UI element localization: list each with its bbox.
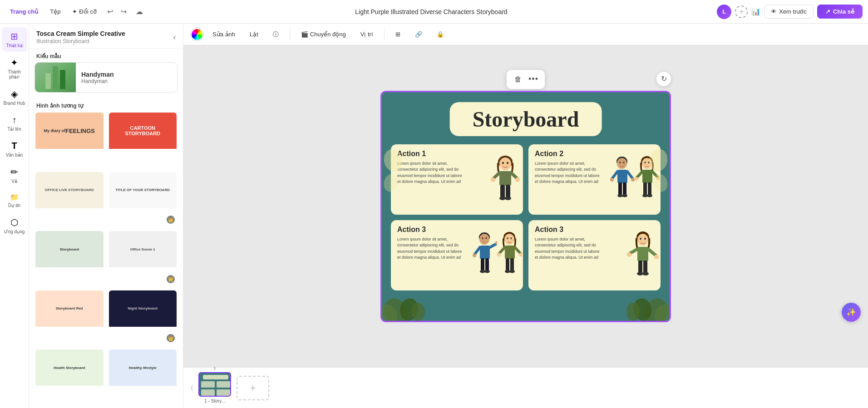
left-side-deco bbox=[382, 138, 404, 210]
panel-title-block: Tosca Cream Simple Creative Illustration… bbox=[36, 30, 125, 44]
resize-button[interactable]: ✦ Đổi cỡ bbox=[68, 5, 101, 18]
sidebar-item-thanh-phan[interactable]: ✦ Thành phần bbox=[2, 54, 27, 83]
similar-section-label: Hình ảnh tương tự bbox=[29, 98, 183, 112]
similar-img-8: Night Storyboard bbox=[109, 290, 177, 327]
collapse-bottom-left[interactable]: ⟨ bbox=[191, 384, 193, 392]
sidebar-item-thiet-ke[interactable]: ⊞ Thiết kế bbox=[2, 27, 27, 52]
similar-item-10[interactable]: Healthy lifestyle bbox=[108, 349, 178, 404]
collapse-panel-button[interactable]: ‹ bbox=[173, 33, 176, 41]
flip-button[interactable]: Lật bbox=[244, 29, 264, 40]
svg-point-68 bbox=[644, 237, 646, 239]
analytics-icon[interactable]: 📊 bbox=[751, 7, 760, 16]
svg-point-88 bbox=[647, 147, 669, 172]
top-bar-left: Trang chủ Tệp ✦ Đổi cỡ ↩ ↪ ☁ bbox=[5, 5, 146, 18]
svg-rect-17 bbox=[617, 170, 627, 183]
brand-icon: ◈ bbox=[11, 88, 18, 99]
sidebar-item-project[interactable]: 📁 Dự án bbox=[2, 189, 27, 211]
thumbnail-1[interactable]: 1 1 - Story... bbox=[198, 372, 231, 403]
resize-icon: ✦ bbox=[72, 8, 77, 15]
sidebar-item-draw[interactable]: ✏ Vẽ bbox=[2, 163, 27, 187]
info-button[interactable]: ⓘ bbox=[267, 28, 284, 41]
lock-button[interactable]: 🔒 bbox=[431, 29, 449, 40]
delete-element-button[interactable]: 🗑 bbox=[511, 73, 525, 86]
svg-point-3 bbox=[507, 162, 508, 164]
action-card-1[interactable]: Action 1 Lorem ipsum dolor sit amet, con… bbox=[391, 144, 523, 215]
file-button[interactable]: Tệp bbox=[45, 5, 65, 18]
svg-point-53 bbox=[504, 234, 514, 245]
svg-point-41 bbox=[482, 237, 483, 239]
sidebar-item-text[interactable]: T Văn bản bbox=[2, 137, 27, 161]
position-button[interactable]: Vị trí bbox=[355, 29, 379, 40]
preview-button[interactable]: 👁 Xem trước bbox=[764, 5, 814, 19]
sidebar-item-upload[interactable]: ↑ Tải lên bbox=[2, 111, 27, 135]
upload-icon: ↑ bbox=[12, 115, 17, 125]
redo-button[interactable]: ↪ bbox=[118, 5, 130, 18]
action-card-3[interactable]: Action 3 Lorem ipsum dolor sit amet, con… bbox=[391, 220, 523, 290]
more-options-button[interactable]: ••• bbox=[527, 73, 540, 86]
share-icon: ↗ bbox=[825, 8, 830, 15]
similar-item-8[interactable]: Night Storyboard 👑 bbox=[108, 290, 178, 345]
home-button[interactable]: Trang chủ bbox=[5, 5, 43, 18]
undo-button[interactable]: ↩ bbox=[104, 5, 117, 18]
action-card-2[interactable]: Action 2 Lorem ipsum dolor sit amet, con… bbox=[528, 144, 661, 215]
action-card-4[interactable]: Action 3 Lorem ipsum dolor sit amet, con… bbox=[528, 220, 661, 290]
similar-item-7[interactable]: Storyboard Red bbox=[35, 290, 104, 345]
similar-item-9[interactable]: Health Storyboard bbox=[35, 349, 104, 404]
plant-left-deco bbox=[382, 285, 432, 321]
edit-image-button[interactable]: Sửa ảnh bbox=[207, 29, 241, 40]
svg-point-1 bbox=[499, 157, 511, 170]
apps-icon: ⬡ bbox=[10, 217, 18, 228]
svg-point-59 bbox=[497, 253, 501, 256]
svg-rect-91 bbox=[203, 375, 228, 379]
svg-rect-69 bbox=[637, 247, 648, 261]
similar-item-6[interactable]: Office Scene 1 👑 bbox=[108, 230, 178, 286]
svg-point-72 bbox=[627, 252, 631, 257]
sidebar-item-apps[interactable]: ⬡ Ứng dụng bbox=[2, 213, 27, 238]
svg-point-15 bbox=[620, 162, 621, 163]
animation-button[interactable]: 🎬 Chuyển động bbox=[296, 29, 351, 40]
similar-item-3[interactable]: OFFICE LIVE STORYBOARD bbox=[35, 171, 104, 227]
bottom-panel: ⟨ 1 1 bbox=[183, 367, 868, 408]
svg-point-7 bbox=[491, 177, 495, 182]
design-icon: ⊞ bbox=[10, 31, 18, 42]
svg-point-73 bbox=[654, 255, 659, 259]
similar-item-5[interactable]: Storyboard bbox=[35, 230, 104, 286]
grid-button[interactable]: ⊞ bbox=[390, 29, 406, 40]
similar-img-9: Health Storyboard bbox=[35, 349, 104, 386]
top-bar-right: L + 📊 👁 Xem trước ↗ Chia sẻ bbox=[717, 5, 863, 19]
main-layout: ⊞ Thiết kế ✦ Thành phần ◈ Brand Hub ↑ Tả… bbox=[0, 24, 868, 408]
text-icon: T bbox=[11, 141, 17, 151]
add-collaborator-button[interactable]: + bbox=[735, 5, 748, 18]
similar-item-1[interactable]: My diary ofFEELINGS bbox=[35, 112, 104, 167]
similar-item-2[interactable]: CARTOONSTORYBOARD bbox=[108, 112, 178, 167]
svg-line-58 bbox=[515, 247, 521, 254]
svg-point-16 bbox=[623, 162, 625, 163]
svg-line-44 bbox=[490, 244, 497, 247]
similar-img-3: OFFICE LIVE STORYBOARD bbox=[35, 172, 104, 208]
svg-rect-56 bbox=[505, 246, 515, 259]
similar-item-4[interactable]: TITLE OF YOUR STORYBOARD 👑 bbox=[108, 171, 178, 227]
sidebar-item-brand[interactable]: ◈ Brand Hub bbox=[2, 85, 27, 109]
magic-assistant-button[interactable]: ✨ bbox=[842, 303, 861, 322]
character-3a bbox=[472, 231, 497, 283]
color-picker-button[interactable] bbox=[191, 28, 203, 41]
share-button[interactable]: ↗ Chia sẻ bbox=[817, 5, 863, 19]
rotate-button[interactable]: ↻ bbox=[656, 72, 671, 86]
similar-img-6: Office Scene 1 bbox=[109, 231, 177, 267]
add-slide-button[interactable]: + bbox=[237, 376, 269, 400]
svg-rect-94 bbox=[201, 389, 215, 396]
svg-rect-35 bbox=[643, 182, 647, 195]
canvas-wrapper[interactable]: 🗑 ••• ↻ Storyboard bbox=[183, 45, 868, 367]
svg-rect-93 bbox=[217, 381, 230, 388]
similar-img-5: Storyboard bbox=[35, 231, 104, 267]
svg-rect-22 bbox=[618, 182, 622, 195]
link-button[interactable]: 🔗 bbox=[409, 29, 428, 40]
template-preview[interactable]: Handyman Handyman bbox=[35, 62, 178, 93]
svg-point-11 bbox=[499, 197, 506, 200]
svg-line-31 bbox=[636, 172, 642, 178]
more-options-icon: ••• bbox=[528, 74, 538, 84]
storyboard-canvas[interactable]: Storyboard Action 1 Lorem ipsum dolor si… bbox=[380, 91, 671, 322]
similar-grid: My diary ofFEELINGS CARTOONSTORYBOARD OF… bbox=[29, 112, 183, 408]
similar-img-1: My diary ofFEELINGS bbox=[35, 113, 104, 149]
thumbnail-box-1[interactable] bbox=[198, 372, 231, 397]
